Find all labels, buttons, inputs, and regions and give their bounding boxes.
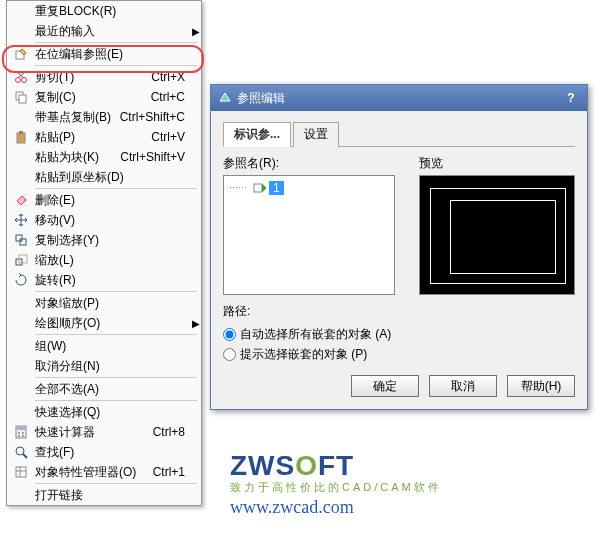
- menu-label: 快速计算器: [35, 424, 153, 441]
- menu-label: 打开链接: [35, 487, 191, 504]
- menu-label: 复制(C): [35, 89, 151, 106]
- menu-item[interactable]: 打开链接: [7, 485, 201, 505]
- menu-label: 对象缩放(P): [35, 295, 191, 312]
- menu-item[interactable]: 粘贴(P)Ctrl+V: [7, 127, 201, 147]
- svg-point-15: [18, 432, 20, 434]
- svg-rect-10: [20, 239, 26, 245]
- tree-node[interactable]: ⋯⋯ 1: [228, 180, 390, 196]
- svg-rect-8: [19, 131, 23, 134]
- preview-pane: [419, 175, 575, 295]
- menu-label: 缩放(L): [35, 252, 191, 269]
- blank-icon: [11, 23, 31, 39]
- menu-shortcut: Ctrl+C: [151, 90, 185, 104]
- find-icon: [11, 444, 31, 460]
- menu-label: 粘贴为块(K): [35, 149, 120, 166]
- menu-item[interactable]: 复制(C)Ctrl+C: [7, 87, 201, 107]
- menu-item[interactable]: 快速计算器Ctrl+8: [7, 422, 201, 442]
- menu-label: 删除(E): [35, 192, 191, 209]
- path-label: 路径:: [223, 303, 575, 320]
- app-icon: [217, 90, 233, 106]
- svg-rect-21: [16, 467, 26, 477]
- tab-identify[interactable]: 标识参...: [223, 122, 291, 147]
- menu-label: 绘图顺序(O): [35, 315, 191, 332]
- radio-prompt-select[interactable]: 提示选择嵌套的对象 (P): [223, 346, 575, 363]
- blank-icon: [11, 358, 31, 374]
- blank-icon: [11, 487, 31, 503]
- menu-item[interactable]: 重复BLOCK(R): [7, 1, 201, 21]
- menu-item[interactable]: 粘贴到原坐标(D): [7, 167, 201, 187]
- tab-settings[interactable]: 设置: [293, 122, 339, 147]
- blank-icon: [11, 295, 31, 311]
- menu-item[interactable]: 取消分组(N): [7, 356, 201, 376]
- menu-shortcut: Ctrl+8: [153, 425, 185, 439]
- rotate-icon: [11, 272, 31, 288]
- menu-item[interactable]: 粘贴为块(K)Ctrl+Shift+V: [7, 147, 201, 167]
- menu-item[interactable]: 快速选择(Q): [7, 402, 201, 422]
- move-icon: [11, 212, 31, 228]
- copysel-icon: [11, 232, 31, 248]
- paste-icon: [11, 129, 31, 145]
- tree-connector: ⋯⋯: [229, 183, 247, 193]
- submenu-arrow-icon: ▶: [191, 26, 201, 37]
- svg-rect-14: [17, 427, 25, 430]
- menu-label: 旋转(R): [35, 272, 191, 289]
- dialog-help-icon[interactable]: ?: [561, 91, 581, 105]
- blank-icon: [11, 169, 31, 185]
- menu-item[interactable]: 对象特性管理器(O)Ctrl+1: [7, 462, 201, 482]
- radio-auto-select[interactable]: 自动选择所有嵌套的对象 (A): [223, 326, 575, 343]
- menu-label: 在位编辑参照(E): [35, 46, 191, 63]
- svg-rect-6: [19, 95, 26, 103]
- tab-bar: 标识参... 设置: [223, 121, 575, 147]
- menu-item[interactable]: 带基点复制(B)Ctrl+Shift+C: [7, 107, 201, 127]
- menu-item[interactable]: 删除(E): [7, 190, 201, 210]
- menu-shortcut: Ctrl+V: [151, 130, 185, 144]
- ref-tree[interactable]: ⋯⋯ 1: [223, 175, 395, 295]
- svg-rect-7: [17, 133, 25, 143]
- menu-shortcut: Ctrl+1: [153, 465, 185, 479]
- submenu-arrow-icon: ▶: [191, 318, 201, 329]
- logo-url: www.zwcad.com: [230, 497, 442, 518]
- copy-icon: [11, 89, 31, 105]
- svg-point-19: [16, 447, 24, 455]
- ok-button[interactable]: 确定: [351, 375, 419, 397]
- svg-point-2: [22, 78, 27, 83]
- menu-item[interactable]: 缩放(L): [7, 250, 201, 270]
- menu-label: 组(W): [35, 338, 191, 355]
- help-button[interactable]: 帮助(H): [507, 375, 575, 397]
- menu-item[interactable]: 组(W): [7, 336, 201, 356]
- menu-item[interactable]: 复制选择(Y): [7, 230, 201, 250]
- menu-item[interactable]: 对象缩放(P): [7, 293, 201, 313]
- ref-edit-dialog: 参照编辑 ? 标识参... 设置 参照名(R): ⋯⋯ 1 预览: [210, 84, 588, 410]
- menu-item[interactable]: 全部不选(A): [7, 379, 201, 399]
- cancel-button[interactable]: 取消: [429, 375, 497, 397]
- menu-item[interactable]: 最近的输入▶: [7, 21, 201, 41]
- menu-label: 全部不选(A): [35, 381, 191, 398]
- logo-tagline: 致力于高性价比的CAD/CAM软件: [230, 480, 442, 495]
- menu-item[interactable]: 旋转(R): [7, 270, 201, 290]
- blank-icon: [11, 404, 31, 420]
- menu-shortcut: Ctrl+Shift+C: [120, 110, 185, 124]
- svg-point-18: [22, 435, 24, 437]
- blank-icon: [11, 3, 31, 19]
- svg-line-20: [23, 454, 27, 458]
- context-menu: 重复BLOCK(R)最近的输入▶在位编辑参照(E)剪切(T)Ctrl+X复制(C…: [6, 0, 202, 506]
- menu-label: 查找(F): [35, 444, 191, 461]
- svg-rect-9: [16, 235, 22, 241]
- svg-point-1: [16, 78, 21, 83]
- calc-icon: [11, 424, 31, 440]
- menu-label: 对象特性管理器(O): [35, 464, 153, 481]
- menu-label: 移动(V): [35, 212, 191, 229]
- menu-item[interactable]: 剪切(T)Ctrl+X: [7, 67, 201, 87]
- menu-label: 快速选择(Q): [35, 404, 191, 421]
- scale-icon: [11, 252, 31, 268]
- refname-label: 参照名(R):: [223, 155, 407, 172]
- menu-item[interactable]: 查找(F): [7, 442, 201, 462]
- menu-item[interactable]: 绘图顺序(O)▶: [7, 313, 201, 333]
- menu-item[interactable]: 在位编辑参照(E): [7, 44, 201, 64]
- menu-item[interactable]: 移动(V): [7, 210, 201, 230]
- menu-label: 重复BLOCK(R): [35, 3, 191, 20]
- dialog-title: 参照编辑: [237, 90, 561, 107]
- menu-label: 剪切(T): [35, 69, 151, 86]
- svg-rect-24: [254, 184, 262, 192]
- menu-label: 带基点复制(B): [35, 109, 120, 126]
